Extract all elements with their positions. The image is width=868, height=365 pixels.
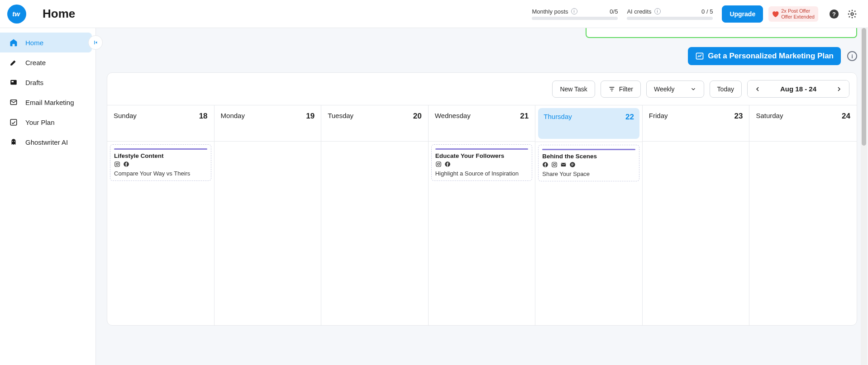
day-body[interactable] <box>749 142 857 325</box>
view-dropdown[interactable]: Weekly <box>646 81 704 98</box>
promo-line1: 2x Post Offer <box>781 8 815 14</box>
day-number: 22 <box>625 113 634 122</box>
instagram-icon <box>435 161 442 167</box>
page-title: Home <box>43 7 75 21</box>
view-label: Weekly <box>654 85 675 93</box>
day-column[interactable]: Monday19 <box>215 105 322 325</box>
chart-icon <box>695 52 704 61</box>
day-column[interactable]: Thursday22 Behind the Scenes Share Your … <box>535 105 643 325</box>
day-header: Saturday24 <box>749 105 857 142</box>
day-header: Wednesday21 <box>429 105 535 142</box>
arrow-right-icon <box>835 85 843 93</box>
info-icon[interactable]: i <box>847 51 857 61</box>
new-task-button[interactable]: New Task <box>552 81 595 98</box>
marketing-plan-button[interactable]: Get a Personalized Marketing Plan <box>688 47 841 65</box>
chevron-down-icon <box>690 86 696 92</box>
day-name: Monday <box>221 112 245 119</box>
date-navigator: Aug 18 - 24 <box>747 80 849 98</box>
today-button[interactable]: Today <box>710 81 742 98</box>
event-title: Educate Your Followers <box>435 152 529 159</box>
info-icon[interactable]: i <box>654 8 661 14</box>
sidebar-item-create[interactable]: Create <box>0 52 95 72</box>
day-name: Saturday <box>756 112 783 119</box>
day-name: Sunday <box>114 112 137 119</box>
next-week-button[interactable] <box>829 81 849 97</box>
day-name: Wednesday <box>435 112 471 119</box>
event-description: Highlight a Source of Inspiration <box>435 170 529 177</box>
sidebar-item-home[interactable]: Home <box>0 33 92 52</box>
day-column[interactable]: Sunday18 Lifestyle Content Compare Your … <box>107 105 215 325</box>
facebook-icon <box>542 161 548 168</box>
pinterest-icon <box>569 161 576 168</box>
arrow-left-icon <box>754 85 761 93</box>
event-channel-icons <box>542 161 635 168</box>
event-title: Behind the Scenes <box>542 153 635 160</box>
monthly-posts-value: 0/5 <box>610 8 618 15</box>
day-number: 19 <box>306 112 315 121</box>
day-body[interactable] <box>321 142 428 325</box>
ai-credits-meter: AI credits i 0 / 5 <box>627 8 713 20</box>
sidebar-item-drafts[interactable]: Drafts <box>0 72 95 92</box>
day-column[interactable]: Saturday24 <box>749 105 857 325</box>
day-header: Monday19 <box>215 105 321 142</box>
day-column[interactable]: Wednesday21 Educate Your Followers Highl… <box>429 105 536 325</box>
day-column[interactable]: Friday23 <box>643 105 750 325</box>
mail-icon <box>9 98 18 107</box>
sidebar-item-label: Ghostwriter AI <box>25 138 68 146</box>
info-icon[interactable]: i <box>571 8 577 14</box>
sidebar-item-label: Your Plan <box>25 119 55 126</box>
upgrade-button[interactable]: Upgrade <box>722 5 763 23</box>
day-body[interactable]: Educate Your Followers Highlight a Sourc… <box>429 142 535 325</box>
instagram-icon <box>114 161 120 167</box>
day-name: Friday <box>649 112 668 119</box>
sidebar: Home Create Drafts Email Marketing Your … <box>0 28 96 365</box>
gear-icon[interactable] <box>847 9 857 19</box>
monthly-posts-bar <box>532 17 618 20</box>
svg-text:tw: tw <box>12 10 20 18</box>
collapse-sidebar-button[interactable] <box>88 35 103 50</box>
day-header: Sunday18 <box>107 105 214 142</box>
promo-badge[interactable]: 2x Post Offer Offer Extended <box>768 6 818 22</box>
promo-line2: Offer Extended <box>781 14 815 20</box>
sidebar-item-your-plan[interactable]: Your Plan <box>0 112 95 132</box>
day-number: 20 <box>413 112 422 121</box>
home-icon <box>9 38 18 47</box>
prev-week-button[interactable] <box>748 81 768 97</box>
sidebar-item-email-marketing[interactable]: Email Marketing <box>0 92 95 112</box>
day-column[interactable]: Tuesday20 <box>321 105 429 325</box>
calendar-grid: Sunday18 Lifestyle Content Compare Your … <box>107 105 857 325</box>
event-color-bar <box>435 148 529 150</box>
notification-edge <box>586 28 857 38</box>
day-header-today: Thursday22 <box>538 108 639 139</box>
day-body[interactable] <box>215 142 321 325</box>
calendar-event[interactable]: Lifestyle Content Compare Your Way vs Th… <box>110 144 211 181</box>
filter-button[interactable]: Filter <box>601 81 641 98</box>
plan-icon <box>9 118 18 127</box>
help-icon[interactable] <box>829 9 839 19</box>
filter-icon <box>608 85 615 93</box>
scrollbar-thumb[interactable] <box>862 28 866 146</box>
calendar-toolbar: New Task Filter Weekly Today Aug 18 - 24 <box>107 73 857 105</box>
top-bar: tw Home Monthly posts i 0/5 AI credits i… <box>0 0 868 28</box>
event-description: Share Your Space <box>542 171 635 177</box>
app-logo[interactable]: tw <box>7 5 26 24</box>
monthly-posts-meter: Monthly posts i 0/5 <box>532 8 618 20</box>
sidebar-item-ghostwriter-ai[interactable]: Ghostwriter AI <box>0 132 95 152</box>
event-title: Lifestyle Content <box>114 152 207 159</box>
instagram-icon <box>551 161 558 168</box>
day-body[interactable] <box>643 142 749 325</box>
ai-credits-value: 0 / 5 <box>701 8 713 15</box>
sidebar-item-label: Drafts <box>25 79 43 86</box>
scrollbar[interactable] <box>861 28 867 365</box>
sidebar-item-label: Email Marketing <box>25 99 74 106</box>
event-description: Compare Your Way vs Theirs <box>114 170 207 177</box>
day-header: Friday23 <box>643 105 749 142</box>
calendar-event[interactable]: Behind the Scenes Share Your Space <box>538 145 639 181</box>
day-body[interactable]: Lifestyle Content Compare Your Way vs Th… <box>107 142 214 325</box>
monthly-posts-label: Monthly posts <box>532 8 568 15</box>
day-number: 24 <box>842 112 850 121</box>
calendar-card: New Task Filter Weekly Today Aug 18 - 24 <box>107 72 857 326</box>
calendar-event[interactable]: Educate Your Followers Highlight a Sourc… <box>431 144 533 181</box>
day-body[interactable]: Behind the Scenes Share Your Space <box>535 142 642 325</box>
event-channel-icons <box>435 161 529 167</box>
